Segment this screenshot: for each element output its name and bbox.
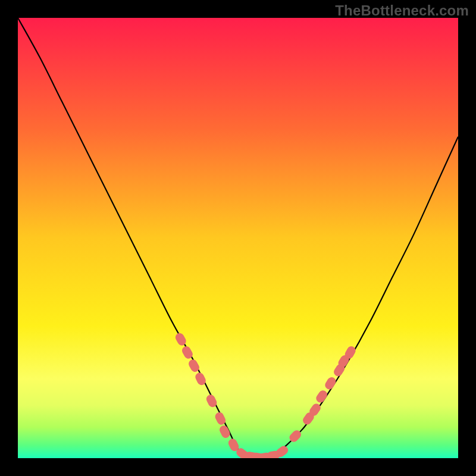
chart-svg: [18, 18, 458, 458]
plot-area: [18, 18, 458, 458]
chart-frame: TheBottleneck.com: [0, 0, 476, 476]
watermark-text: TheBottleneck.com: [335, 2, 469, 19]
gradient-background: [18, 18, 458, 458]
